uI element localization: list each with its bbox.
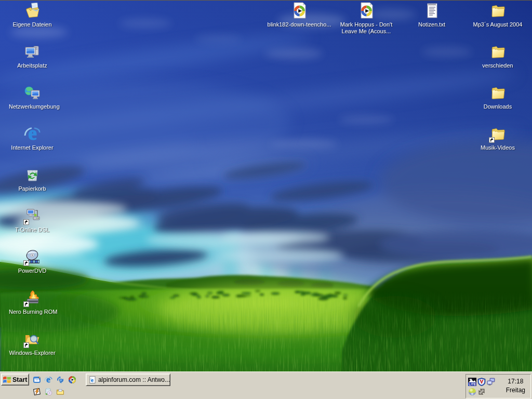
svg-text:LITE: LITE	[469, 382, 476, 386]
svg-text:e: e	[91, 377, 94, 383]
